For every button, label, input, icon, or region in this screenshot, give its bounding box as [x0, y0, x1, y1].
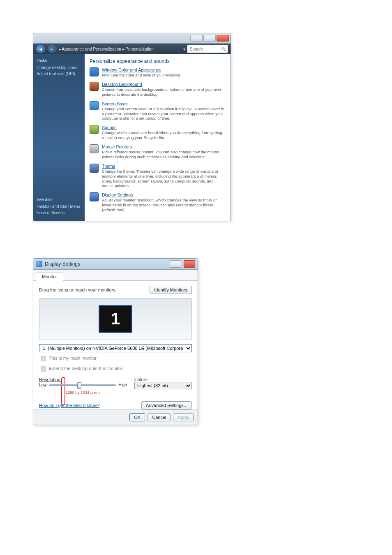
item-display-settings: Display Settings Adjust your monitor res… — [90, 192, 226, 213]
cp-titlebar — [33, 33, 231, 44]
maximize-button[interactable] — [203, 35, 216, 42]
breadcrumb[interactable]: ▸ Appearance and Personalization ▸ Perso… — [59, 47, 182, 51]
screen-saver-icon — [90, 101, 99, 110]
sidebar-adjust-font-size[interactable]: Adjust font size (DPI) — [37, 72, 81, 76]
personalization-window: ◀ ▶ ▸ Appearance and Personalization ▸ P… — [33, 33, 231, 221]
item-mouse-pointers-link[interactable]: Mouse Pointers — [102, 144, 226, 149]
item-screen-saver-link[interactable]: Screen Saver — [102, 101, 226, 106]
item-theme-desc: Change the theme. Themes can change a wi… — [102, 169, 226, 189]
ds-close-button[interactable] — [184, 260, 195, 268]
item-sounds-desc: Change which sounds are heard when you d… — [102, 130, 226, 140]
item-display-settings-desc: Adjust your monitor resolution, which ch… — [102, 198, 226, 213]
nav-forward-button[interactable]: ▶ — [47, 44, 57, 53]
desktop-background-icon — [90, 82, 99, 91]
chk-main-monitor-label: This is my main monitor — [49, 356, 97, 361]
item-desktop-background-link[interactable]: Desktop Background — [102, 82, 226, 87]
search-icon: 🔍 — [221, 47, 226, 51]
item-window-color-desc: Fine tune the color and style of your wi… — [102, 73, 181, 78]
cp-main: Personalize appearance and sounds Window… — [85, 54, 231, 221]
cancel-button[interactable]: Cancel — [148, 413, 171, 421]
apply-button[interactable]: Apply — [173, 413, 194, 421]
resolution-slider[interactable] — [49, 384, 116, 386]
theme-icon — [90, 164, 99, 173]
ds-instruction: Drag the icons to match your monitors. — [39, 287, 117, 292]
ds-minimize-button[interactable] — [170, 260, 181, 268]
close-button[interactable] — [217, 35, 229, 42]
minimize-button[interactable] — [190, 35, 203, 42]
resolution-area: Resolution: Low High 1280 by 1024 pixels — [39, 377, 127, 395]
sidebar-tasks-heading: Tasks — [37, 58, 81, 63]
item-window-color-link[interactable]: Window Color and Appearance — [102, 67, 181, 72]
chk-main-monitor-box — [41, 356, 46, 361]
tab-monitor[interactable]: Monitor — [36, 273, 63, 281]
ds-title-text: Display Settings — [45, 261, 167, 267]
slider-thumb[interactable] — [77, 382, 81, 389]
sounds-icon — [90, 125, 99, 134]
monitor-preview[interactable]: 1 — [39, 298, 192, 340]
colors-dropdown[interactable]: Highest (32 bit) — [134, 382, 192, 389]
cp-navbar: ◀ ▶ ▸ Appearance and Personalization ▸ P… — [33, 44, 231, 54]
item-display-settings-link[interactable]: Display Settings — [102, 192, 226, 197]
resolution-value: 1280 by 1024 pixels — [39, 390, 127, 395]
colors-label: Colors: — [134, 377, 192, 382]
slider-low-label: Low — [39, 383, 46, 387]
item-theme: Theme Change the theme. Themes can chang… — [90, 164, 226, 189]
slider-high-label: High — [118, 383, 127, 387]
search-input[interactable] — [189, 46, 220, 52]
sidebar-see-also: See also — [37, 197, 81, 202]
monitor-1-icon[interactable]: 1 — [99, 305, 132, 333]
mouse-pointer-icon — [90, 144, 99, 153]
ds-footer: OK Cancel Apply — [33, 409, 198, 425]
search-box[interactable]: 🔍 — [187, 45, 228, 53]
ds-tabbar: Monitor — [33, 270, 198, 281]
chk-main-monitor: This is my main monitor — [39, 355, 192, 363]
item-window-color: Window Color and Appearance Fine tune th… — [90, 67, 226, 78]
chk-extend-desktop-box — [41, 366, 46, 372]
cp-heading: Personalize appearance and sounds — [90, 58, 226, 64]
advanced-settings-button[interactable]: Advanced Settings... — [141, 401, 192, 409]
help-link[interactable]: How do I get the best display? — [39, 403, 99, 408]
nav-back-button[interactable]: ◀ — [36, 44, 46, 53]
item-desktop-background: Desktop Background Choose from available… — [90, 82, 226, 97]
display-settings-icon — [90, 192, 99, 201]
item-theme-link[interactable]: Theme — [102, 164, 226, 169]
item-screen-saver: Screen Saver Change your screen saver or… — [90, 101, 226, 121]
chk-extend-desktop-label: Extend the desktop onto this monitor — [49, 366, 122, 371]
monitor-dropdown[interactable]: 1. (Multiple Monitors) on NVIDIA GeForce… — [39, 344, 192, 352]
window-color-icon — [90, 67, 99, 76]
ok-button[interactable]: OK — [129, 413, 145, 421]
display-settings-dialog: Display Settings Monitor Drag the icons … — [33, 258, 198, 425]
item-sounds-link[interactable]: Sounds — [102, 125, 226, 130]
colors-area: Colors: Highest (32 bit) — [134, 377, 192, 395]
identify-monitors-button[interactable]: Identify Monitors — [150, 286, 192, 294]
ds-titlebar: Display Settings — [33, 259, 198, 270]
item-sounds: Sounds Change which sounds are heard whe… — [90, 125, 226, 140]
cp-sidebar: Tasks Change desktop icons Adjust font s… — [33, 54, 85, 221]
sidebar-change-desktop-icons[interactable]: Change desktop icons — [37, 65, 81, 70]
resolution-label: Resolution: — [39, 377, 127, 382]
chk-extend-desktop: Extend the desktop onto this monitor — [39, 365, 192, 373]
item-mouse-pointers: Mouse Pointers Pick a different mouse po… — [90, 144, 226, 160]
sidebar-ease-of-access[interactable]: Ease of Access — [37, 210, 81, 215]
item-mouse-pointers-desc: Pick a different mouse pointer. You can … — [102, 150, 226, 160]
ds-app-icon — [36, 261, 42, 267]
item-desktop-background-desc: Choose from available backgrounds or col… — [102, 87, 226, 97]
sidebar-taskbar-startmenu[interactable]: Taskbar and Start Menu — [37, 204, 81, 209]
item-screen-saver-desc: Change your screen saver or adjust when … — [102, 106, 226, 121]
